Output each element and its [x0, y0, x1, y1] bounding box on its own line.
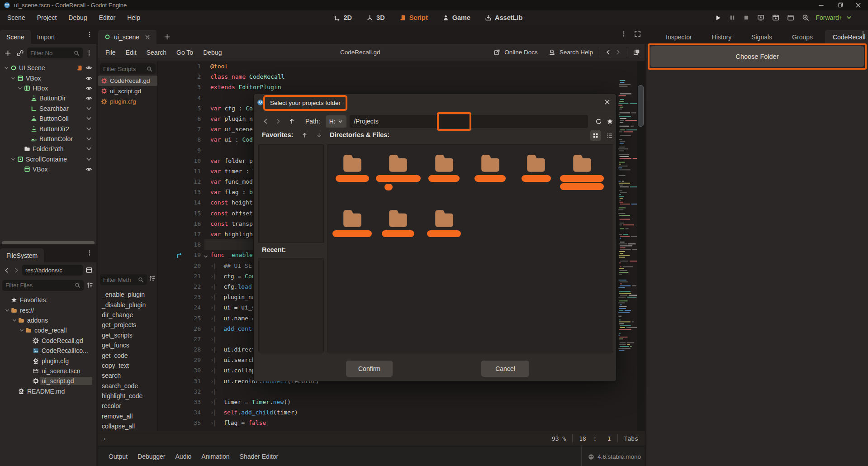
fs-item-plugin-cfg[interactable]: plugin.cfg — [0, 356, 96, 366]
fs-tabs-menu-icon[interactable] — [86, 250, 93, 256]
scene-tree-item-buttoncolor[interactable]: ButtonColor — [0, 134, 96, 144]
folder-item[interactable] — [513, 153, 559, 182]
bottom-tab-audio[interactable]: Audio — [171, 451, 197, 462]
renderer-select[interactable]: Forward+ — [816, 10, 852, 25]
menu-project[interactable]: Project — [32, 12, 62, 23]
pause-button[interactable] — [729, 14, 735, 21]
instance-scene-button[interactable] — [15, 50, 25, 57]
cancel-button[interactable]: Cancel — [481, 361, 529, 377]
code-line-35[interactable]: 35›∣ flag = false — [159, 418, 645, 428]
tab-inspector[interactable]: Inspector — [658, 30, 700, 44]
dialog-forward-icon[interactable] — [272, 118, 285, 124]
scene-tree-item-hbox[interactable]: HBox — [0, 83, 96, 93]
scene-tree-item-scrollcontaine[interactable]: ScrollContaine — [0, 154, 96, 164]
script-menu-edit[interactable]: Edit — [121, 47, 142, 58]
scene-tree-item-folderpath[interactable]: FolderPath — [0, 144, 96, 154]
frames-icon[interactable] — [787, 14, 794, 21]
method-item-get_code[interactable]: get_code — [98, 350, 158, 360]
maximize-icon[interactable] — [836, 2, 843, 9]
scene-tree-item-buttoncoll[interactable]: ButtonColl — [0, 114, 96, 124]
tab-signals[interactable]: Signals — [744, 30, 780, 44]
tab-scene[interactable]: Scene — [0, 30, 31, 44]
method-item-highlight_code[interactable]: highlight_code — [98, 391, 158, 401]
method-item-get_scripts[interactable]: get_scripts — [98, 330, 158, 340]
zoom-level[interactable]: 93 % — [552, 435, 566, 442]
menu-help[interactable]: Help — [122, 12, 146, 23]
code-line-2[interactable]: 2class_name CodeRecall — [159, 71, 645, 82]
scene-toolbar-menu-icon[interactable] — [85, 50, 94, 56]
method-item-_disable_plugin[interactable]: _disable_plugin — [98, 300, 158, 309]
bottom-tab-output[interactable]: Output — [104, 451, 133, 462]
fs-item-ui-script-gd[interactable]: ui_script.gd — [0, 376, 96, 386]
favorite-toggle-icon[interactable] — [605, 118, 616, 125]
float-panel-icon[interactable] — [633, 49, 640, 56]
script-menu-file[interactable]: File — [100, 47, 121, 58]
method-item-search_code[interactable]: search_code — [98, 381, 158, 391]
hscroll-left-icon[interactable]: ‹ — [98, 435, 105, 442]
play-button[interactable] — [715, 14, 721, 21]
history-back-icon[interactable] — [605, 49, 611, 55]
fs-item-addons[interactable]: addons — [0, 315, 96, 325]
tab-close-icon[interactable] — [145, 34, 150, 40]
right-dock-menu-icon[interactable] — [860, 31, 866, 37]
new-tab-icon[interactable] — [164, 33, 171, 40]
favorites-panel[interactable] — [258, 144, 324, 243]
folder-item[interactable] — [375, 153, 422, 190]
tab-groups[interactable]: Groups — [784, 30, 821, 44]
scene-tree-item-vbox[interactable]: VBox — [0, 73, 96, 83]
code-minimap[interactable] — [617, 61, 637, 431]
folder-item[interactable] — [421, 153, 467, 182]
folder-item[interactable] — [329, 208, 375, 237]
workspace-assetlib[interactable]: AssetLib — [481, 13, 526, 23]
script-item-coderecall-gd[interactable]: CodeRecall.gd — [98, 76, 157, 86]
workspace-2d[interactable]: 2D — [330, 13, 356, 23]
distraction-free-icon[interactable] — [634, 30, 641, 37]
code-vscrollbar[interactable] — [637, 61, 645, 431]
method-item-copy_text[interactable]: copy_text — [98, 361, 158, 371]
folder-item[interactable] — [329, 153, 375, 182]
filter-methods-input[interactable]: Filter Meth — [100, 274, 147, 285]
profiler-icon[interactable] — [802, 14, 809, 21]
folder-item[interactable] — [467, 153, 513, 182]
method-item-dir_change[interactable]: dir_change — [98, 310, 158, 320]
dialog-up-icon[interactable] — [285, 118, 299, 124]
bottom-tab-animation[interactable]: Animation — [196, 451, 234, 462]
filter-scripts-input[interactable]: Filter Scripts — [100, 63, 156, 74]
code-line-3[interactable]: 3extends EditorPlugin — [159, 82, 645, 92]
scene-tree-item-buttondir2[interactable]: ButtonDir2 — [0, 124, 96, 133]
history-forward-icon[interactable] — [615, 49, 621, 55]
bottom-tab-shader-editor[interactable]: Shader Editor — [235, 451, 284, 462]
online-docs-button[interactable]: Online Docs — [504, 49, 538, 56]
add-node-button[interactable] — [3, 50, 13, 57]
method-item-get_projects[interactable]: get_projects — [98, 320, 158, 330]
folder-item[interactable] — [375, 208, 422, 237]
fav-down-icon[interactable] — [316, 132, 322, 138]
fs-item-favorites-[interactable]: Favorites: — [0, 295, 96, 305]
script-menu-search[interactable]: Search — [142, 47, 171, 58]
fs-item-coderecall-gd[interactable]: CodeRecall.gd — [0, 336, 96, 346]
file-grid-panel[interactable] — [327, 144, 613, 352]
refresh-icon[interactable] — [593, 118, 605, 125]
scene-tree-item-searchbar[interactable]: Searchbar — [0, 104, 96, 114]
minimize-icon[interactable] — [818, 2, 825, 9]
method-item-recolor[interactable]: recolor — [98, 401, 158, 411]
menu-debug[interactable]: Debug — [63, 12, 92, 23]
confirm-button[interactable]: Confirm — [346, 361, 393, 377]
fs-item-ui-scene-tscn[interactable]: ui_scene.tscn — [0, 366, 96, 376]
menu-editor[interactable]: Editor — [94, 12, 121, 23]
fs-item-res-[interactable]: res:// — [0, 305, 96, 315]
dialog-back-icon[interactable] — [259, 118, 272, 124]
scene-tree-item-buttondir[interactable]: ButtonDir — [0, 93, 96, 103]
method-item-search[interactable]: search — [98, 371, 158, 380]
code-line-33[interactable]: 33›∣ timer = Timer.new() — [159, 397, 645, 407]
bottom-tab-debugger[interactable]: Debugger — [133, 451, 171, 462]
script-menu-debug[interactable]: Debug — [198, 47, 227, 58]
choose-folder-button[interactable]: Choose Folder — [650, 46, 864, 67]
script-menu-go-to[interactable]: Go To — [171, 47, 198, 58]
scene-tree-item-ui-scene[interactable]: UI Scene — [0, 63, 96, 73]
editor-layout-menu-icon[interactable] — [621, 30, 627, 37]
stop-button[interactable] — [743, 14, 749, 21]
method-item-collapse_all[interactable]: collapse_all — [98, 421, 158, 431]
fs-forward-icon[interactable] — [12, 267, 21, 273]
method-item-remove_all[interactable]: remove_all — [98, 411, 158, 421]
